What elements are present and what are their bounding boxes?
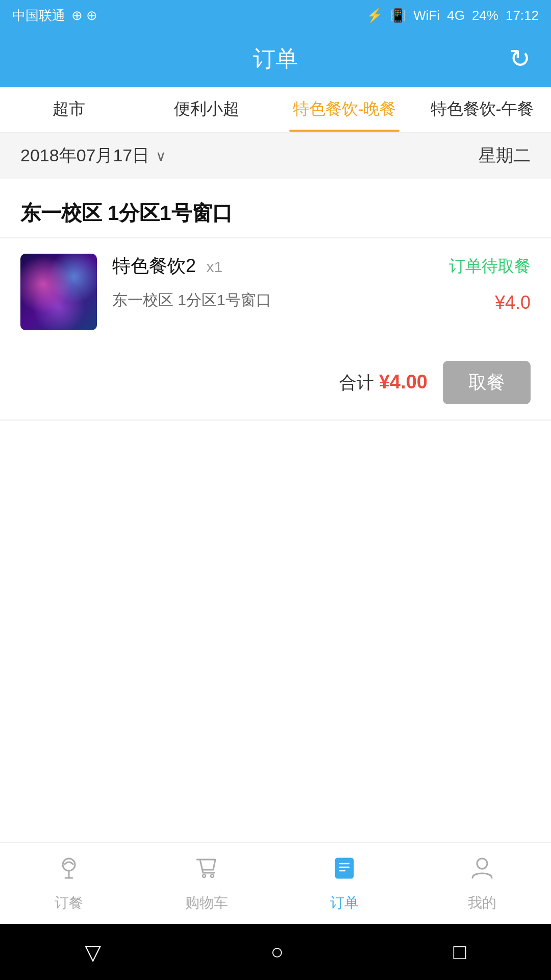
order-name-group: 特色餐饮2 x1 — [112, 254, 222, 279]
section-location-title: 东一校区 1分区1号窗口 — [0, 179, 551, 237]
order-status: 订单待取餐 — [449, 255, 531, 278]
status-left: 中国联通 ⊕ ⊕ — [12, 7, 97, 24]
user-icon — [468, 854, 496, 888]
nav-label-orders: 订单 — [330, 893, 359, 913]
food-icon — [55, 854, 83, 888]
nav-label-cart: 购物车 — [185, 893, 228, 913]
recent-nav-icon[interactable]: □ — [453, 940, 466, 964]
order-name: 特色餐饮2 — [112, 255, 196, 276]
signal-strength-icon: 4G — [447, 8, 465, 23]
total-amount: ¥4.00 — [379, 371, 428, 393]
order-card: 特色餐饮2 x1 订单待取餐 东一校区 1分区1号窗口 ¥4.0 — [0, 238, 551, 346]
refresh-button[interactable]: ↻ — [509, 44, 531, 74]
tab-convenience[interactable]: 便利小超 — [138, 87, 276, 132]
order-info: 特色餐饮2 x1 订单待取餐 东一校区 1分区1号窗口 ¥4.0 — [112, 254, 531, 313]
order-quantity: x1 — [206, 258, 222, 275]
wifi-icon: WiFi — [413, 8, 440, 23]
svg-point-2 — [211, 874, 214, 877]
total-row: 合计 ¥4.00 取餐 — [0, 346, 551, 420]
order-location-detail: 东一校区 1分区1号窗口 — [112, 290, 271, 311]
date-selector[interactable]: 2018年07月17日 ∨ — [20, 144, 166, 167]
tab-featured-lunch[interactable]: 特色餐饮-午餐 — [413, 87, 551, 132]
divider-bottom — [0, 420, 551, 421]
svg-point-1 — [203, 874, 206, 877]
order-thumbnail — [20, 254, 97, 330]
nav-label-order-food: 订餐 — [55, 893, 83, 913]
chevron-down-icon: ∨ — [156, 148, 166, 164]
carrier-text: 中国联通 — [12, 7, 65, 24]
date-text: 2018年07月17日 — [20, 144, 149, 167]
pickup-button[interactable]: 取餐 — [443, 361, 531, 404]
svg-point-5 — [477, 859, 487, 869]
nav-item-orders[interactable]: 订单 — [276, 854, 413, 913]
date-bar: 2018年07月17日 ∨ 星期二 — [0, 133, 551, 179]
time-text: 17:12 — [506, 8, 539, 23]
bottom-nav: 订餐 购物车 订单 — [0, 842, 551, 924]
order-price: ¥4.0 — [495, 292, 531, 313]
tab-bar: 超市 便利小超 特色餐饮-晚餐 特色餐饮-午餐 — [0, 87, 551, 133]
header: 订单 ↻ — [0, 31, 551, 87]
status-bar: 中国联通 ⊕ ⊕ ⚡ 📳 WiFi 4G 24% 17:12 — [0, 0, 551, 31]
tab-featured-dinner[interactable]: 特色餐饮-晚餐 — [276, 87, 413, 132]
orders-icon — [331, 854, 358, 888]
nav-label-mine: 我的 — [468, 893, 496, 913]
home-nav-icon[interactable]: ○ — [271, 940, 284, 964]
system-nav-bar: ▽ ○ □ — [0, 924, 551, 980]
nav-item-mine[interactable]: 我的 — [413, 854, 551, 913]
order-name-row: 特色餐饮2 x1 订单待取餐 — [112, 254, 531, 279]
svg-rect-4 — [336, 859, 353, 878]
page-title: 订单 — [253, 44, 298, 74]
tab-supermarket[interactable]: 超市 — [0, 87, 138, 132]
cart-icon — [193, 854, 220, 888]
battery-text: 24% — [472, 8, 498, 23]
signal-icon: ⊕ ⊕ — [71, 8, 97, 23]
nav-item-cart[interactable]: 购物车 — [138, 854, 276, 913]
bluetooth-icon: ⚡ — [366, 8, 383, 23]
back-nav-icon[interactable]: ▽ — [85, 940, 101, 965]
vibrate-icon: 📳 — [390, 8, 406, 23]
nav-item-order-food[interactable]: 订餐 — [0, 854, 138, 913]
total-label: 合计 ¥4.00 — [339, 371, 428, 395]
weekday-text: 星期二 — [479, 144, 531, 167]
order-item-row: 特色餐饮2 x1 订单待取餐 东一校区 1分区1号窗口 ¥4.0 — [20, 254, 531, 330]
status-right: ⚡ 📳 WiFi 4G 24% 17:12 — [366, 8, 539, 23]
